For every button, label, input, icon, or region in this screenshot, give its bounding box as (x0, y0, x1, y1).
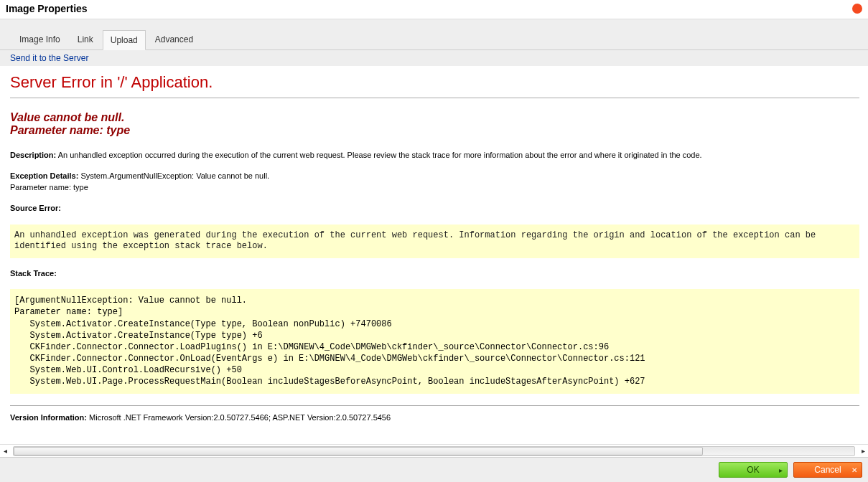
stack-trace-block: [ArgumentNullException: Value cannot be … (10, 289, 859, 394)
version-text: Microsoft .NET Framework Version:2.0.507… (87, 413, 391, 422)
exception-row: Exception Details: System.ArgumentNullEx… (10, 171, 859, 193)
ok-button[interactable]: OK ▸ (719, 462, 788, 478)
version-row: Version Information: Microsoft .NET Fram… (10, 405, 859, 422)
version-label: Version Information: (10, 413, 87, 422)
ok-button-label: OK (747, 465, 759, 475)
description-label: Description: (10, 151, 56, 159)
description-text: An unhandled exception occurred during t… (56, 151, 701, 159)
source-error-label-row: Source Error: (10, 203, 859, 214)
description-row: Description: An unhandled exception occu… (10, 150, 859, 161)
error-subheading: Value cannot be null. Parameter name: ty… (10, 111, 859, 137)
server-error-page: Server Error in '/' Application. Value c… (0, 66, 868, 444)
cancel-button[interactable]: Cancel ✕ (793, 462, 862, 478)
dialog-footer: OK ▸ Cancel ✕ (0, 457, 868, 482)
exception-label: Exception Details: (10, 171, 78, 180)
tabs: Image Info Link Upload Advanced (0, 29, 868, 49)
close-x-icon: ✕ (851, 466, 857, 474)
tab-image-info[interactable]: Image Info (11, 29, 68, 49)
tab-link[interactable]: Link (70, 29, 101, 49)
dialog-header: Image Properties (0, 0, 868, 19)
content-wrap: Server Error in '/' Application. Value c… (0, 66, 868, 457)
send-to-server-link[interactable]: Send it to the Server (10, 53, 88, 63)
chevron-right-icon: ▸ (779, 466, 783, 474)
scroll-left-icon[interactable]: ◂ (0, 446, 10, 456)
scroll-thumb[interactable] (14, 447, 703, 455)
cancel-button-label: Cancel (814, 465, 841, 475)
tabs-bar: Image Info Link Upload Advanced (0, 19, 868, 50)
stack-trace-label: Stack Trace: (10, 269, 57, 278)
scroll-track[interactable] (13, 446, 855, 456)
tab-advanced[interactable]: Advanced (147, 29, 201, 49)
stack-trace-label-row: Stack Trace: (10, 268, 859, 279)
divider (10, 98, 859, 98)
source-error-label: Source Error: (10, 204, 61, 212)
tab-upload[interactable]: Upload (103, 30, 146, 50)
scroll-right-icon[interactable]: ▸ (858, 446, 868, 456)
image-properties-dialog: Image Properties Image Info Link Upload … (0, 0, 868, 482)
upload-panel: Send it to the Server (0, 50, 868, 66)
dialog-title: Image Properties (6, 3, 88, 14)
error-title: Server Error in '/' Application. (10, 73, 859, 92)
source-error-block: An unhandled exception was generated dur… (10, 225, 859, 258)
close-icon[interactable] (852, 4, 862, 14)
horizontal-scrollbar[interactable]: ◂ ▸ (0, 444, 868, 457)
